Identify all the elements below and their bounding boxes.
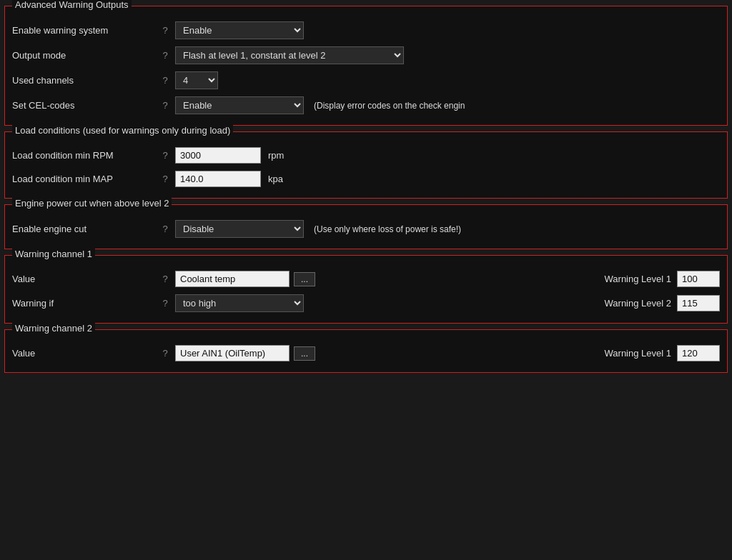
ch1-value-help-icon[interactable]: ?	[159, 274, 171, 284]
ch1-warning-level-1-input[interactable]	[677, 271, 720, 287]
warning-channel-2-content: Value ? ... Warning Level 1	[12, 341, 720, 365]
ch2-warning-level-1-label: Warning Level 1	[578, 348, 671, 359]
ch2-warning-level-1-input[interactable]	[677, 345, 720, 361]
enable-engine-cut-row: Enable engine cut ? Disable Enable (Use …	[12, 216, 720, 241]
warning-channel-2-title: Warning channel 2	[12, 323, 95, 334]
ch1-value-label: Value	[12, 274, 155, 284]
load-min-rpm-unit: rpm	[268, 150, 284, 161]
load-min-map-label: Load condition min MAP	[12, 174, 155, 184]
advanced-warning-content: Enable warning system ? Enable Disable O…	[12, 18, 720, 118]
ch1-warning-level-1-label: Warning Level 1	[578, 274, 671, 284]
load-min-map-unit: kpa	[268, 174, 283, 184]
enable-engine-cut-label: Enable engine cut	[12, 224, 155, 234]
enable-engine-cut-hint: (Use only where loss of power is safe!)	[314, 224, 461, 234]
warning-channel-1-section: Warning channel 1 Value ? ... Warning Le…	[4, 255, 728, 324]
enable-engine-cut-help-icon[interactable]: ?	[159, 224, 171, 234]
ch2-value-label: Value	[12, 348, 155, 359]
ch2-warning-level-1-group: Warning Level 1	[578, 345, 720, 361]
warning-channel-2-section: Warning channel 2 Value ? ... Warning Le…	[4, 329, 728, 373]
enable-warning-select[interactable]: Enable Disable	[175, 21, 304, 39]
engine-power-cut-content: Enable engine cut ? Disable Enable (Use …	[12, 216, 720, 241]
load-min-rpm-input[interactable]	[175, 147, 261, 164]
set-cel-codes-hint: (Display error codes on the check engin	[314, 101, 465, 111]
load-min-rpm-help-icon[interactable]: ?	[159, 150, 171, 161]
set-cel-codes-select[interactable]: Enable Disable	[175, 96, 304, 114]
enable-warning-label: Enable warning system	[12, 25, 155, 36]
ch1-warning-level-2-group: Warning Level 2	[578, 295, 720, 311]
load-conditions-section: Load conditions (used for warnings only …	[4, 131, 728, 199]
engine-power-cut-section: Engine power cut when above level 2 Enab…	[4, 204, 728, 249]
load-min-rpm-row: Load condition min RPM ? rpm	[12, 144, 720, 167]
ch1-warning-if-help-icon[interactable]: ?	[159, 298, 171, 309]
load-min-map-help-icon[interactable]: ?	[159, 174, 171, 184]
load-conditions-title: Load conditions (used for warnings only …	[12, 125, 233, 136]
used-channels-label: Used channels	[12, 75, 155, 86]
ch2-value-input[interactable]	[175, 345, 290, 361]
warning-channel-1-content: Value ? ... Warning Level 1 Warning if ?…	[12, 267, 720, 316]
output-mode-help-icon[interactable]: ?	[159, 50, 171, 61]
enable-engine-cut-select[interactable]: Disable Enable	[175, 220, 304, 238]
output-mode-row: Output mode ? Flash at level 1, constant…	[12, 43, 720, 68]
set-cel-codes-row: Set CEL-codes ? Enable Disable (Display …	[12, 93, 720, 118]
load-min-rpm-label: Load condition min RPM	[12, 150, 155, 161]
output-mode-label: Output mode	[12, 50, 155, 61]
ch1-browse-button[interactable]: ...	[294, 272, 315, 286]
load-min-map-row: Load condition min MAP ? kpa	[12, 167, 720, 191]
ch1-warning-if-row: Warning if ? too high too low above and …	[12, 291, 720, 316]
set-cel-codes-help-icon[interactable]: ?	[159, 100, 171, 111]
ch1-warning-level-2-label: Warning Level 2	[578, 298, 671, 309]
ch1-warning-level-1-group: Warning Level 1	[578, 271, 720, 287]
enable-warning-help-icon[interactable]: ?	[159, 25, 171, 36]
load-conditions-content: Load condition min RPM ? rpm Load condit…	[12, 144, 720, 191]
set-cel-codes-label: Set CEL-codes	[12, 100, 155, 111]
used-channels-select[interactable]: 1 2 3 4 5 6	[175, 71, 218, 89]
load-min-map-input[interactable]	[175, 171, 261, 187]
ch1-value-row: Value ? ... Warning Level 1	[12, 267, 720, 291]
ch2-browse-button[interactable]: ...	[294, 346, 315, 361]
ch1-warning-if-select[interactable]: too high too low above and below	[175, 294, 304, 312]
used-channels-help-icon[interactable]: ?	[159, 75, 171, 86]
warning-channel-1-title: Warning channel 1	[12, 249, 95, 259]
engine-power-cut-title: Engine power cut when above level 2	[12, 198, 172, 209]
output-mode-select[interactable]: Flash at level 1, constant at level 2 Co…	[175, 46, 404, 64]
ch1-warning-if-label: Warning if	[12, 298, 155, 309]
advanced-warning-section: Advanced Warning Outputs Enable warning …	[4, 6, 728, 126]
enable-warning-row: Enable warning system ? Enable Disable	[12, 18, 720, 43]
used-channels-row: Used channels ? 1 2 3 4 5 6	[12, 68, 720, 93]
ch1-value-input[interactable]	[175, 271, 290, 287]
ch2-value-row: Value ? ... Warning Level 1	[12, 341, 720, 365]
advanced-warning-title: Advanced Warning Outputs	[12, 0, 132, 10]
ch2-value-help-icon[interactable]: ?	[159, 348, 171, 359]
ch1-warning-level-2-input[interactable]	[677, 295, 720, 311]
